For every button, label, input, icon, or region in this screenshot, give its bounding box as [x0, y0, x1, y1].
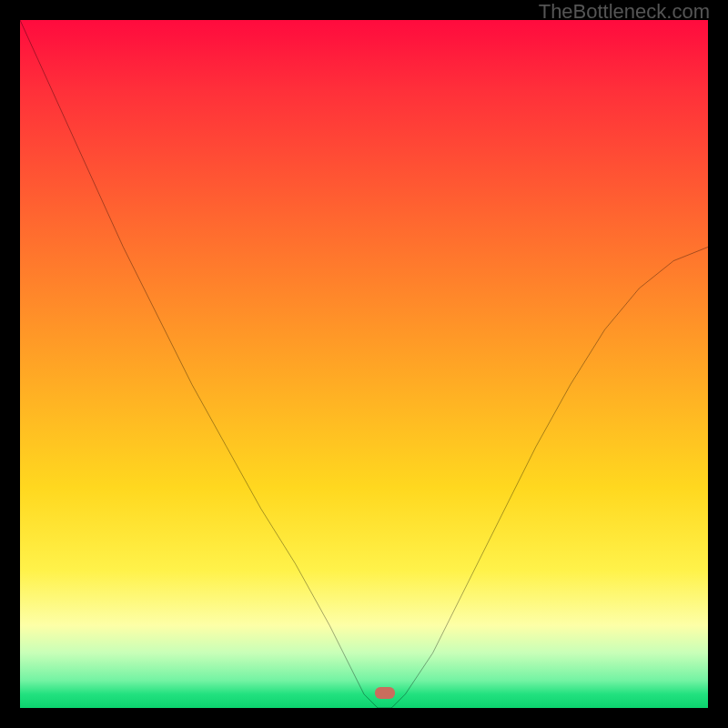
curve-svg — [20, 20, 708, 708]
plot-area — [20, 20, 708, 708]
chart-frame: TheBottleneck.com — [0, 0, 728, 728]
bottleneck-curve — [20, 20, 708, 708]
minimum-marker — [375, 687, 395, 699]
watermark-text: TheBottleneck.com — [539, 0, 710, 24]
